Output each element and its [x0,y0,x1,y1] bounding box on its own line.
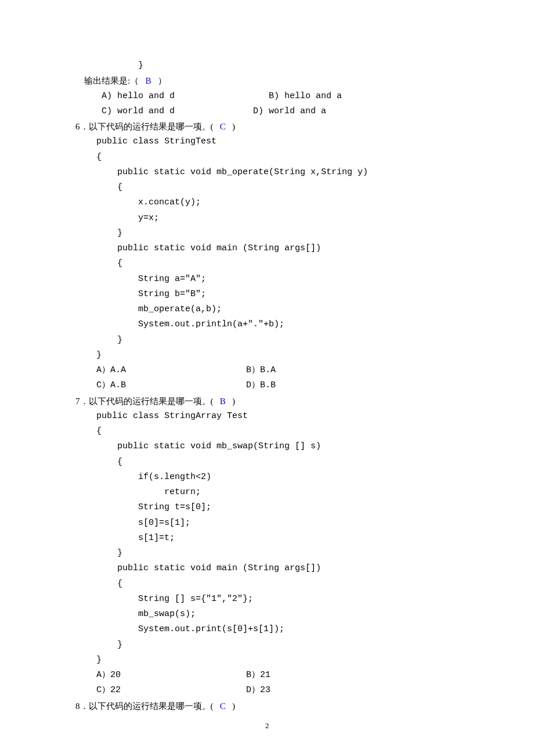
q5-option-a: A) hello and d [75,91,175,101]
q7-code: mb_swap(s); [75,607,459,622]
q7-code: { [75,577,459,592]
q7-options-ab: A）20 B）21 [75,668,459,683]
q7-code: } [75,653,459,668]
q6-option-b: B）B.A [246,365,276,375]
q6-code: y=x; [75,211,459,226]
q6-code: public class StringTest [75,134,459,149]
q8-answer: C [220,701,226,711]
q7-code: s[1]=t; [75,531,459,546]
q7-code: } [75,546,459,561]
q6-code: public static void main (String args[]) [75,241,459,256]
q6-stem-line: 6．以下代码的运行结果是哪一项。( C ) [75,119,459,134]
q6-option-c: C）A.B [75,380,126,390]
q7-code: String t=s[0]; [75,500,459,515]
q6-code: } [75,226,459,241]
q6-answer: C [220,122,226,131]
q5-option-b: B) hello and a [269,91,342,101]
q7-code: public static void main (String args[]) [75,561,459,576]
q6-code: System.out.println(a+"."+b); [75,317,459,332]
q6-code: { [75,150,459,165]
q8-close: ) [232,701,235,711]
q7-stem: 7．以下代码的运行结果是哪一项。( [75,397,214,406]
q7-option-c: C）22 [75,685,121,695]
q5-options-ab: A) hello and d B) hello and a [75,89,459,104]
q7-code: System.out.print(s[0]+s[1]); [75,622,459,637]
q7-stem-line: 7．以下代码的运行结果是哪一项。( B ) [75,394,459,409]
q7-answer: B [220,397,226,406]
q6-code: String b="B"; [75,287,459,302]
q6-code: mb_operate(a,b); [75,302,459,317]
answer-letter: B [145,76,151,85]
q6-code: public static void mb_operate(String x,S… [75,165,459,180]
q6-options-cd: C）A.B D）B.B [75,378,459,393]
q6-code: { [75,256,459,271]
q6-options-ab: A）A.A B）B.A [75,363,459,378]
open-paren: （ [130,76,139,85]
q6-code: String a="A"; [75,272,459,287]
result-label: 输出结果是: [75,76,130,85]
q7-code: if(s.length<2) [75,470,459,485]
q7-code: { [75,424,459,439]
q8-stem-line: 8．以下代码的运行结果是哪一项。( C ) [75,699,459,714]
q7-code: return; [75,485,459,500]
q6-option-a: A）A.A [75,365,126,375]
q6-close: ) [232,122,235,131]
q6-code: } [75,333,459,348]
q6-stem: 6．以下代码的运行结果是哪一项。( [75,122,214,131]
question-result-line: 输出结果是:（ B ） [75,73,459,88]
q6-code: x.concat(y); [75,195,459,210]
q7-code: public class StringArray Test [75,409,459,424]
q6-code: { [75,180,459,195]
q7-code: String [] s={"1","2"}; [75,592,459,607]
q7-code: { [75,455,459,470]
q7-code: public static void mb_swap(String [] s) [75,439,459,454]
page-number: 2 [0,719,534,733]
q5-options-cd: C) world and d D) world and a [75,104,459,119]
q7-code: s[0]=s[1]; [75,516,459,531]
q6-code: } [75,348,459,363]
q7-option-b: B）21 [246,670,270,680]
document-page: } 输出结果是:（ B ） A) hello and d B) hello an… [0,0,534,756]
q5-option-c: C) world and d [75,106,175,116]
q7-code: } [75,638,459,653]
q7-close: ) [232,397,235,406]
q5-option-d: D) world and a [253,106,326,116]
q7-option-a: A）20 [75,670,121,680]
q6-option-d: D）B.B [246,380,276,390]
close-paren: ） [158,76,167,85]
q7-option-d: D）23 [246,685,270,695]
code-fragment-close: } [75,58,459,73]
q7-options-cd: C）22 D）23 [75,683,459,698]
q8-stem: 8．以下代码的运行结果是哪一项。( [75,701,214,711]
